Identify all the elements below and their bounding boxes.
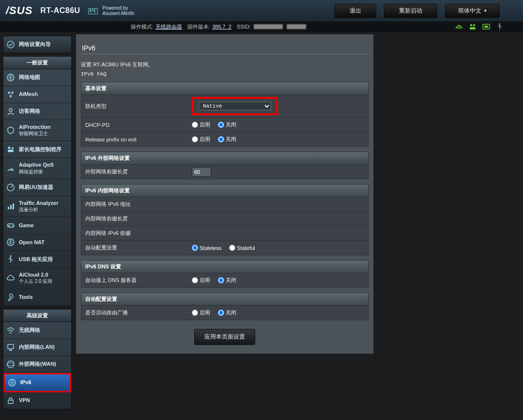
svg-rect-29 [9,350,12,351]
sidebar-general-label-5: Adaptive QoS网络监控家 [19,162,54,174]
ipv6-faq-link[interactable]: IPv6 FAQ [81,71,107,77]
sidebar-general-label-9: Open NAT [19,239,45,246]
language-select[interactable]: 简体中文 [445,4,500,18]
svg-point-7 [499,23,501,25]
sidebar-general-12[interactable]: Tools [3,289,71,306]
dhcp-pd-enable[interactable]: 启用 [192,121,210,128]
model-name: RT-AC86U [40,6,86,15]
sidebar-wizard[interactable]: 网络设置向导 [3,36,71,53]
sidebar-advanced-3[interactable]: IPv6 [5,374,70,391]
sidebar-advanced-4[interactable]: VPN [3,392,71,409]
svg-rect-4 [470,27,476,30]
sidebar-general-0[interactable]: 网络地图 [3,69,71,86]
conn-type-select[interactable]: Native [199,102,271,110]
section-lan: IPv6 内部网络设置 [81,185,368,197]
vpn-icon [6,396,15,405]
conn-type-label: 联机类型 [81,100,188,113]
sidebar-advanced-label-4: VPN [19,397,30,404]
svg-rect-0 [88,8,97,14]
sidebar-general-label-7: Traffic Analyzer流量分析 [19,200,59,213]
dns-auto-disable[interactable]: 关闭 [218,277,236,284]
sidebar-general-label-12: Tools [19,294,33,300]
dns-auto-enable[interactable]: 启用 [192,277,210,284]
clients-icon[interactable] [469,23,477,30]
logout-button[interactable]: 退出 [335,4,376,18]
globe2-icon [6,238,15,247]
conn-type-highlight: Native [192,97,278,115]
wifi-status-icon[interactable] [455,24,463,30]
svg-point-30 [7,361,14,368]
lan-addr-label: 内部网络 IPv6 地址 [81,198,188,211]
cloud-icon [6,274,15,282]
section-basic: 基本设置 [81,82,368,94]
speed-icon [6,183,15,192]
sidebar-general-2[interactable]: 访客网络 [3,103,71,120]
sidebar-advanced-label-1: 内部网络(LAN) [19,344,55,350]
ssid-value-2 [287,24,306,29]
wan-icon [6,360,15,369]
sidebar-general-label-10: USB 相关应用 [19,256,53,263]
dhcp-pd-disable[interactable]: 关闭 [218,121,236,128]
merlin-icon [86,4,100,17]
wan-prefixlen-input[interactable] [192,167,211,177]
svg-point-8 [7,41,14,48]
svg-rect-19 [8,207,9,209]
svg-rect-21 [13,203,14,209]
ra-disable[interactable]: 关闭 [218,309,236,316]
sidebar-general-8[interactable]: Game [3,217,71,234]
svg-point-23 [12,225,13,226]
page-intro: 设置 RT-AC86U IPv6 互联网。 [81,61,369,68]
sidebar-advanced-0[interactable]: 无线网络 [3,322,71,339]
opmode-link[interactable]: 无线路由器 [155,23,182,31]
usb-status-icon[interactable] [496,23,504,30]
lan-autoconf-label: 自动配置设置 [81,241,188,254]
sidebar-general-label-4: 家长电脑控制程序 [19,146,62,153]
svg-point-14 [8,147,11,149]
sidebar-general-6[interactable]: 网易UU加速器 [3,179,71,196]
ra-label: 是否启动路由广播 [81,306,188,319]
sidebar-general-label-6: 网易UU加速器 [19,184,53,190]
sidebar-general-label-11: AiCloud 2.0个人云 2.0 应用 [19,272,52,284]
firmware-link[interactable]: 386.7_2 [212,24,231,30]
wifi-icon [6,326,15,335]
sidebar-general-10[interactable]: USB 相关应用 [3,251,71,268]
gamepad-icon [6,221,15,230]
svg-point-13 [9,109,12,111]
sidebar-general-3[interactable]: AiProtection智能网络卫士 [3,120,71,141]
ra-enable[interactable]: 启用 [192,309,210,316]
svg-rect-16 [8,150,14,152]
svg-rect-33 [8,400,13,404]
sidebar-advanced-2[interactable]: 外部网络(WAN) [3,356,71,373]
sidebar-general-label-3: AiProtection智能网络卫士 [19,124,50,137]
sidebar-general-11[interactable]: AiCloud 2.0个人云 2.0 应用 [3,268,71,289]
general-header: 一般设置 [3,57,71,69]
wan-status-icon[interactable] [482,23,490,30]
usb-icon [6,255,15,264]
globe3-icon [8,378,16,387]
svg-point-27 [10,332,12,333]
lan-icon [6,343,15,352]
sidebar-general-7[interactable]: Traffic Analyzer流量分析 [3,196,71,217]
mesh-icon [6,90,15,99]
sidebar-general-9[interactable]: Open NAT [3,234,71,251]
reboot-button[interactable]: 重新启动 [384,4,437,18]
apply-button[interactable]: 应用本页面设置 [194,329,255,345]
sidebar-general-label-1: AiMesh [19,91,38,97]
release-prefix-disable[interactable]: 关闭 [218,136,236,143]
svg-point-24 [13,226,14,227]
guest-icon [6,107,15,116]
globe-icon [6,73,15,82]
sidebar-general-4[interactable]: 家长电脑控制程序 [3,141,71,158]
wan-prefixlen-label: 外部网络前缀长度 [81,165,188,178]
page-title: IPv6 [81,39,369,54]
sidebar-general-5[interactable]: Adaptive QoS网络监控家 [3,158,71,179]
sidebar-advanced-1[interactable]: 内部网络(LAN) [3,339,71,356]
lan-prefixlen-label: 内部网络前缀长度 [81,212,188,225]
section-wan: IPv6 外部网络设置 [81,152,368,164]
lan-prefix-label: 内部网络 IPv6 前缀 [81,227,188,240]
autoconf-stateless[interactable]: Stateless [192,245,221,251]
sidebar-general-1[interactable]: AiMesh [3,86,71,103]
release-prefix-enable[interactable]: 启用 [192,136,210,143]
autoconf-stateful[interactable]: Stateful [229,245,255,251]
sidebar-advanced-label-3: IPv6 [20,379,31,386]
